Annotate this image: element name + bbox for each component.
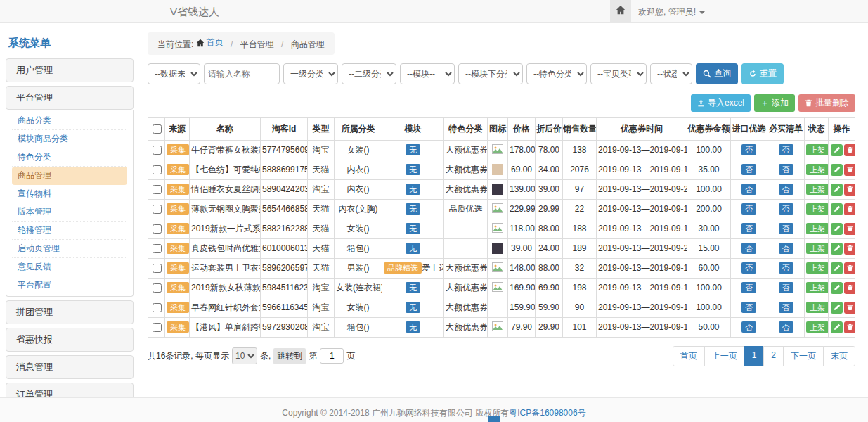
page-prev[interactable]: 上一页 xyxy=(704,346,745,366)
name-search-input[interactable] xyxy=(204,63,280,84)
filter-select-0[interactable]: 一级分类 xyxy=(283,63,338,84)
reset-button[interactable]: 重置 xyxy=(741,63,784,84)
import-flag-badge[interactable]: 否 xyxy=(741,184,756,195)
row-checkbox[interactable] xyxy=(153,323,162,332)
import-flag-badge[interactable]: 否 xyxy=(741,164,756,175)
page-last[interactable]: 末页 xyxy=(823,346,855,366)
status-badge[interactable]: 上架 xyxy=(806,321,829,333)
filter-select-1[interactable]: --二级分类-- xyxy=(342,63,396,84)
delete-button[interactable] xyxy=(844,302,855,314)
mustbuy-flag-badge[interactable]: 否 xyxy=(779,164,793,175)
row-checkbox[interactable] xyxy=(153,165,162,174)
edit-button[interactable] xyxy=(831,223,843,235)
sidebar-group[interactable]: 消息管理 xyxy=(6,355,134,379)
sidebar-item[interactable]: 商品分类 xyxy=(12,112,127,130)
edit-button[interactable] xyxy=(831,321,843,333)
delete-button[interactable] xyxy=(844,243,855,255)
status-badge[interactable]: 上架 xyxy=(806,223,829,234)
delete-button[interactable] xyxy=(844,282,855,294)
import-flag-badge[interactable]: 否 xyxy=(741,203,756,215)
select-all-checkbox[interactable] xyxy=(153,124,162,134)
filter-select-data-source[interactable]: --数据来源-- xyxy=(148,63,200,84)
edit-button[interactable] xyxy=(831,243,843,255)
delete-button[interactable] xyxy=(844,223,855,235)
mustbuy-flag-badge[interactable]: 否 xyxy=(779,184,793,195)
edit-button[interactable] xyxy=(831,282,843,294)
row-checkbox[interactable] xyxy=(153,224,162,234)
delete-button[interactable] xyxy=(844,164,855,176)
row-checkbox[interactable] xyxy=(153,283,162,293)
status-badge[interactable]: 上架 xyxy=(806,243,829,254)
status-badge[interactable]: 上架 xyxy=(806,203,829,215)
delete-button[interactable] xyxy=(844,184,855,196)
delete-button[interactable] xyxy=(844,321,855,333)
import-excel-button[interactable]: 导入excel xyxy=(691,94,751,112)
row-checkbox[interactable] xyxy=(153,146,162,155)
mustbuy-flag-badge[interactable]: 否 xyxy=(779,223,793,234)
row-checkbox[interactable] xyxy=(153,244,162,253)
filter-select-4[interactable]: --特色分类-- xyxy=(526,63,587,84)
sidebar-group[interactable]: 用户管理 xyxy=(6,58,134,82)
edit-button[interactable] xyxy=(831,203,843,215)
filter-select-3[interactable]: --模块下分类-- xyxy=(458,63,523,84)
row-checkbox[interactable] xyxy=(153,185,162,194)
per-page-select[interactable]: 10 xyxy=(232,347,257,364)
delete-button[interactable] xyxy=(844,144,855,156)
bulk-delete-button[interactable]: 批量删除 xyxy=(798,94,855,112)
mustbuy-flag-badge[interactable]: 否 xyxy=(779,144,793,155)
sidebar-item[interactable]: 宣传物料 xyxy=(12,185,127,203)
edit-button[interactable] xyxy=(831,302,843,314)
page-1[interactable]: 1 xyxy=(744,346,765,366)
edit-button[interactable] xyxy=(831,144,843,156)
import-flag-badge[interactable]: 否 xyxy=(741,144,756,155)
delete-button[interactable] xyxy=(844,262,855,274)
edit-button[interactable] xyxy=(831,184,843,196)
home-button[interactable] xyxy=(610,0,631,22)
icp-link[interactable]: 粤ICP备16098006号 xyxy=(509,408,585,418)
mustbuy-flag-badge[interactable]: 否 xyxy=(779,302,793,313)
add-button[interactable]: ＋ 添加 xyxy=(754,94,795,112)
status-badge[interactable]: 上架 xyxy=(806,282,829,293)
edit-button[interactable] xyxy=(831,164,843,176)
filter-select-5[interactable]: --宝贝类型-- xyxy=(590,63,647,84)
sidebar-item[interactable]: 意见反馈 xyxy=(12,258,127,276)
status-badge[interactable]: 上架 xyxy=(806,144,829,155)
page-next[interactable]: 下一页 xyxy=(783,346,824,366)
page-2[interactable]: 2 xyxy=(763,346,784,366)
sidebar-item[interactable]: 平台配置 xyxy=(12,276,127,294)
breadcrumb-home-link[interactable]: 首页 xyxy=(196,37,224,49)
bottom-scrollbar-thumb[interactable] xyxy=(488,416,500,422)
user-menu[interactable]: 欢迎您, 管理员! xyxy=(638,6,705,18)
search-button[interactable]: 查询 xyxy=(696,63,738,84)
sidebar-group[interactable]: 省惠快报 xyxy=(6,328,134,352)
sidebar-item[interactable]: 启动页管理 xyxy=(12,240,127,258)
sidebar-item[interactable]: 版本管理 xyxy=(12,203,127,222)
sidebar-group[interactable]: 拼团管理 xyxy=(6,300,134,324)
status-badge[interactable]: 上架 xyxy=(806,262,829,274)
mustbuy-flag-badge[interactable]: 否 xyxy=(779,203,793,215)
row-checkbox[interactable] xyxy=(153,205,162,214)
mustbuy-flag-badge[interactable]: 否 xyxy=(779,282,793,293)
filter-select-2[interactable]: --模块-- xyxy=(400,63,455,84)
delete-button[interactable] xyxy=(844,203,855,215)
filter-select-6[interactable]: --状态-- xyxy=(650,63,692,84)
sidebar-item[interactable]: 轮播管理 xyxy=(12,222,127,240)
import-flag-badge[interactable]: 否 xyxy=(741,223,756,234)
status-badge[interactable]: 上架 xyxy=(806,184,829,195)
sidebar-item[interactable]: 模块商品分类 xyxy=(12,130,127,148)
page-first[interactable]: 首页 xyxy=(673,346,705,366)
edit-button[interactable] xyxy=(831,262,843,274)
status-badge[interactable]: 上架 xyxy=(806,302,829,313)
row-checkbox[interactable] xyxy=(153,303,162,312)
status-badge[interactable]: 上架 xyxy=(806,164,829,175)
import-flag-badge[interactable]: 否 xyxy=(741,321,756,333)
row-checkbox[interactable] xyxy=(153,264,162,273)
mustbuy-flag-badge[interactable]: 否 xyxy=(779,243,793,254)
page-jump-input[interactable] xyxy=(320,348,344,364)
mustbuy-flag-badge[interactable]: 否 xyxy=(779,321,793,333)
import-flag-badge[interactable]: 否 xyxy=(741,302,756,313)
sidebar-item-active[interactable]: 商品管理 xyxy=(12,167,127,185)
import-flag-badge[interactable]: 否 xyxy=(741,243,756,254)
sidebar-item[interactable]: 特色分类 xyxy=(12,148,127,167)
import-flag-badge[interactable]: 否 xyxy=(741,262,756,274)
